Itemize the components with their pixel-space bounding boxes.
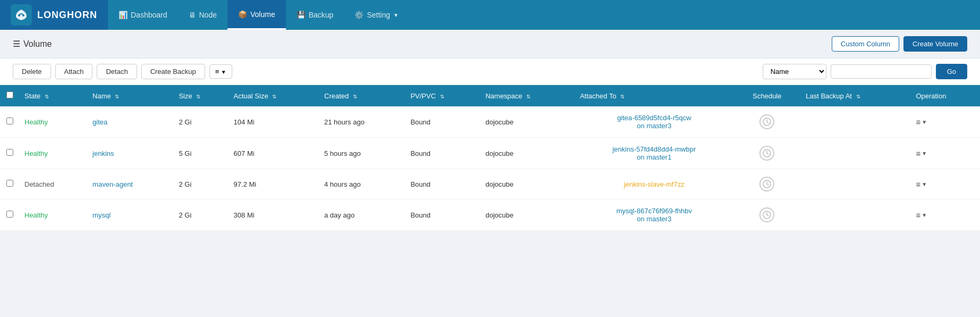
- nav-item-dashboard[interactable]: 📊 Dashboard: [108, 0, 178, 30]
- custom-column-button[interactable]: Custom Column: [832, 36, 899, 52]
- th-namespace[interactable]: Namespace ⇅: [480, 85, 575, 106]
- nav-item-node[interactable]: 🖥 Node: [178, 0, 227, 30]
- delete-button[interactable]: Delete: [13, 64, 51, 79]
- attached-to-link[interactable]: gitea-6589d5fcd4-r5qcw: [617, 114, 691, 122]
- namespace-value: dojocube: [480, 138, 575, 169]
- operation-cell[interactable]: ≡ ▼: [910, 106, 980, 138]
- row-checkbox-3[interactable]: [6, 211, 13, 218]
- schedule-cell[interactable]: [734, 138, 801, 169]
- th-actual-size[interactable]: Actual Size ⇅: [229, 85, 319, 106]
- actual-size-value: 607 Mi: [229, 138, 319, 169]
- volume-name-link[interactable]: mysql: [92, 211, 111, 219]
- operation-chevron-icon: ▼: [922, 119, 927, 125]
- row-checkbox-2[interactable]: [6, 180, 13, 187]
- select-all-checkbox[interactable]: [6, 91, 13, 98]
- toolbar: Delete Attach Detach Create Backup ≡ ▼ N…: [0, 59, 980, 85]
- schedule-icon[interactable]: [759, 114, 774, 129]
- attached-to-link[interactable]: mysql-867c76f969-fhhbv: [616, 207, 692, 215]
- table-row: Detachedmaven-agent2 Gi97.2 Mi4 hours ag…: [0, 169, 980, 199]
- operation-list-icon: ≡: [916, 211, 920, 220]
- volume-name-link[interactable]: jenkins: [92, 149, 114, 157]
- schedule-cell[interactable]: [734, 199, 801, 231]
- select-all-checkbox-header[interactable]: [0, 85, 19, 106]
- sort-arrows-actual-size: ⇅: [272, 94, 276, 99]
- attached-to-link[interactable]: jenkins-slave-mf7zz: [624, 180, 685, 188]
- row-checkbox-1[interactable]: [6, 149, 13, 156]
- sort-arrows-state: ⇅: [45, 94, 49, 99]
- bulk-action-button[interactable]: ≡ ▼: [209, 64, 232, 79]
- operation-button[interactable]: ≡ ▼: [916, 180, 927, 189]
- sort-arrows-pv-pvc: ⇅: [440, 94, 444, 99]
- nav-item-backup[interactable]: 💾 Backup: [286, 0, 344, 30]
- last-backup-at-value: [800, 169, 910, 199]
- schedule-cell[interactable]: [734, 106, 801, 138]
- chart-icon: 📊: [119, 11, 128, 19]
- detach-button[interactable]: Detach: [97, 64, 137, 79]
- sort-arrows-created: ⇅: [353, 94, 357, 99]
- logo-text: LONGHORN: [37, 10, 97, 21]
- go-button[interactable]: Go: [936, 64, 967, 79]
- search-input[interactable]: [831, 64, 932, 79]
- page-header: ☰ Volume Custom Column Create Volume: [0, 30, 980, 59]
- operation-button[interactable]: ≡ ▼: [916, 211, 927, 220]
- size-value: 2 Gi: [173, 169, 228, 199]
- size-value: 2 Gi: [173, 199, 228, 231]
- attached-to-value: gitea-6589d5fcd4-r5qcwon master3: [575, 106, 733, 138]
- attached-to-node: on master3: [637, 215, 671, 223]
- sort-arrows-name: ⇅: [115, 94, 119, 99]
- operation-cell[interactable]: ≡ ▼: [910, 169, 980, 199]
- th-pv-pvc[interactable]: PV/PVC ⇅: [405, 85, 480, 106]
- schedule-icon[interactable]: [759, 177, 774, 191]
- volume-nav-icon: 📦: [238, 10, 247, 19]
- setting-icon: ⚙️: [354, 11, 364, 19]
- operation-button[interactable]: ≡ ▼: [916, 149, 927, 158]
- schedule-icon[interactable]: [759, 207, 774, 222]
- size-value: 5 Gi: [173, 138, 228, 169]
- table-header-row: State ⇅ Name ⇅ Size ⇅ Actual Size ⇅ Crea…: [0, 85, 980, 106]
- namespace-value: dojocube: [480, 169, 575, 199]
- volume-table-container: State ⇅ Name ⇅ Size ⇅ Actual Size ⇅ Crea…: [0, 85, 980, 231]
- state-value: Healthy: [24, 149, 48, 157]
- operation-button[interactable]: ≡ ▼: [916, 118, 927, 127]
- create-backup-button[interactable]: Create Backup: [141, 64, 205, 79]
- operation-list-icon: ≡: [916, 149, 920, 158]
- th-last-backup-at[interactable]: Last Backup At ⇅: [800, 85, 910, 106]
- operation-cell[interactable]: ≡ ▼: [910, 138, 980, 169]
- nav-item-volume[interactable]: 📦 Volume: [227, 0, 286, 30]
- list-icon: ≡: [215, 68, 219, 76]
- server-icon: 🖥: [189, 11, 196, 19]
- create-volume-button[interactable]: Create Volume: [903, 36, 967, 52]
- table-row: Healthymysql2 Gi308 Mia day agoBounddojo…: [0, 199, 980, 231]
- attached-to-value: jenkins-57fd4d8dd4-mwbpron master1: [575, 138, 733, 169]
- page-title-actions: Custom Column Create Volume: [832, 36, 967, 52]
- attached-to-link[interactable]: jenkins-57fd4d8dd4-mwbpr: [612, 145, 696, 153]
- namespace-value: dojocube: [480, 106, 575, 138]
- sort-arrows-attached-to: ⇅: [620, 94, 624, 99]
- operation-chevron-icon: ▼: [922, 181, 927, 187]
- operation-list-icon: ≡: [916, 180, 920, 189]
- attach-button[interactable]: Attach: [55, 64, 93, 79]
- row-checkbox-0[interactable]: [6, 118, 13, 124]
- th-size[interactable]: Size ⇅: [173, 85, 228, 106]
- logo-icon: [11, 4, 32, 26]
- th-created[interactable]: Created ⇅: [319, 85, 405, 106]
- th-state[interactable]: State ⇅: [19, 85, 87, 106]
- attached-to-node: on master1: [637, 153, 671, 161]
- operation-cell[interactable]: ≡ ▼: [910, 199, 980, 231]
- operation-chevron-icon: ▼: [922, 151, 927, 156]
- attached-to-value: jenkins-slave-mf7zz: [575, 169, 733, 199]
- operation-chevron-icon: ▼: [922, 212, 927, 218]
- volume-name-link[interactable]: maven-agent: [92, 180, 133, 188]
- state-value: Healthy: [24, 211, 48, 219]
- th-name[interactable]: Name ⇅: [87, 85, 173, 106]
- search-select[interactable]: Name State Namespace: [763, 64, 826, 79]
- sort-arrows-size: ⇅: [196, 94, 200, 99]
- schedule-cell[interactable]: [734, 169, 801, 199]
- last-backup-at-value: [800, 106, 910, 138]
- nav-items: 📊 Dashboard 🖥 Node 📦 Volume 💾 Backup ⚙️ …: [108, 0, 409, 30]
- attached-to-value: mysql-867c76f969-fhhbvon master3: [575, 199, 733, 231]
- volume-name-link[interactable]: gitea: [92, 118, 107, 126]
- schedule-icon[interactable]: [759, 146, 774, 161]
- nav-item-setting[interactable]: ⚙️ Setting ▼: [344, 0, 409, 30]
- th-attached-to[interactable]: Attached To ⇅: [575, 85, 733, 106]
